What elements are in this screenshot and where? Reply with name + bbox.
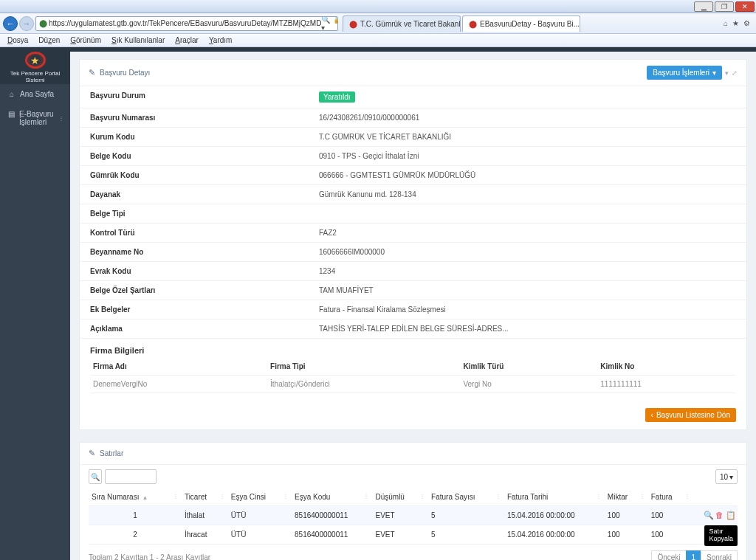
- lbl-beyanname: Beyanname No: [90, 248, 319, 256]
- r1-ekodu: 8516400000011: [292, 506, 372, 525]
- row-view-icon[interactable]: 🔍: [704, 511, 712, 520]
- grid-search-button[interactable]: 🔍: [89, 469, 102, 484]
- col-ecins[interactable]: Eşya Cinsi⋮: [228, 488, 292, 506]
- pager-next[interactable]: Sonraki: [701, 550, 738, 560]
- r2-dus: EVET: [372, 525, 428, 545]
- window-minimize[interactable]: ▁: [694, 1, 713, 12]
- col-fsayi[interactable]: Fatura Sayısı⋮: [428, 488, 504, 506]
- filter-icon[interactable]: ⋮: [596, 493, 602, 499]
- val-kontrol: FAZ2: [319, 229, 736, 237]
- collapse-icon[interactable]: ▾: [725, 69, 729, 77]
- page-size-value: 10: [720, 473, 728, 481]
- sidebar-label-anasayfa: Ana Sayfa: [20, 90, 54, 98]
- fullscreen-icon[interactable]: ⤢: [732, 69, 738, 77]
- lbl-ekbelge: Ek Belgeler: [90, 305, 319, 314]
- r2-ecins: ÜTÜ: [228, 525, 292, 545]
- r1-fsayi: 5: [428, 506, 504, 525]
- basvuru-islemleri-button[interactable]: Başvuru İşlemleri ▾: [647, 66, 722, 80]
- firma-kimno: 1111111111: [597, 376, 736, 393]
- firma-h-kimno: Kimlik No: [597, 358, 736, 376]
- window-close[interactable]: ✕: [735, 1, 755, 12]
- address-bar[interactable]: ⬤ https://uygulamatest.gtb.gov.tr/TekPen…: [35, 16, 338, 31]
- firma-row: DenemeVergiNo İthalatçı/Gönderici Vergi …: [90, 376, 736, 393]
- brand: ★ Tek Pencere Portal Sistemi: [0, 52, 70, 84]
- firma-ad: DenemeVergiNo: [90, 376, 267, 393]
- val-kurum: T.C GÜMRÜK VE TİCARET BAKANLIĞI: [319, 133, 736, 141]
- filter-icon[interactable]: ⋮: [684, 493, 690, 499]
- r2-sira: 2: [89, 525, 182, 545]
- pager-prev[interactable]: Önceki: [651, 550, 686, 560]
- menu-yardim[interactable]: Yardım: [205, 36, 237, 44]
- edit-icon: ✎: [89, 68, 95, 77]
- h-ticaret: Ticaret: [185, 493, 207, 501]
- lbl-aciklama: Açıklama: [90, 325, 319, 333]
- col-fatura[interactable]: Fatura⋮: [648, 488, 693, 506]
- filter-icon[interactable]: ⋮: [495, 493, 501, 499]
- sort-asc-icon: ▲: [142, 494, 148, 501]
- col-ftarih[interactable]: Fatura Tarihi⋮: [504, 488, 605, 506]
- firma-h-ad: Firma Adı: [90, 358, 267, 376]
- lbl-numara: Başvuru Numarası: [90, 114, 319, 122]
- sidebar-item-ebasvuru[interactable]: ▤ E-Başvuru İşlemleri ⋮: [0, 104, 70, 132]
- col-miktar[interactable]: Miktar⋮: [605, 488, 648, 506]
- chevron-right-icon: ⋮: [58, 115, 64, 122]
- browser-tab-2[interactable]: ⬤ EBasvuruDetay - Başvuru Bi... ×: [462, 15, 580, 32]
- tooltip-satir-kopyala: Satır Kopyala: [704, 525, 738, 546]
- filter-icon[interactable]: ⋮: [219, 493, 225, 499]
- row-delete-icon[interactable]: 🗑: [715, 511, 724, 519]
- tab1-favicon-icon: ⬤: [349, 20, 357, 28]
- lbl-belgetipi: Belge Tipi: [90, 210, 319, 218]
- menu-gorunum[interactable]: Görünüm: [66, 36, 106, 44]
- nav-back[interactable]: ←: [3, 16, 18, 31]
- grid-row-1[interactable]: 1 İthalat ÜTÜ 8516400000011 EVET 5 15.04…: [89, 506, 738, 525]
- window-restore[interactable]: ❐: [715, 1, 734, 12]
- lbl-ozelsart: Belge Özel Şartları: [90, 286, 319, 294]
- filter-icon[interactable]: ⋮: [419, 493, 425, 499]
- chevron-left-icon: ‹: [651, 411, 653, 419]
- lbl-dayanak: Dayanak: [90, 190, 319, 198]
- row-durum: Başvuru Durum Yaratıldı: [80, 86, 746, 108]
- lbl-kurum: Kurum Kodu: [90, 133, 319, 141]
- menu-duzen[interactable]: Düzen: [34, 36, 64, 44]
- lbl-kontrol: Kontrol Türü: [90, 229, 319, 237]
- filter-icon[interactable]: ⋮: [173, 493, 179, 499]
- grid-search-input[interactable]: [105, 469, 157, 484]
- btn-islem-label: Başvuru İşlemleri: [653, 69, 709, 77]
- sidebar-item-anasayfa[interactable]: ⌂ Ana Sayfa: [0, 84, 70, 104]
- grid-row-2[interactable]: 2 İhracat ÜTÜ 8516400000011 EVET 5 15.04…: [89, 525, 738, 545]
- nav-forward[interactable]: →: [19, 16, 34, 31]
- ie-home-icon[interactable]: ⌂: [724, 19, 728, 27]
- h-miktar: Miktar: [608, 493, 628, 501]
- filter-icon[interactable]: ⋮: [283, 493, 289, 499]
- browser-tab-1[interactable]: ⬤ T.C. Gümrük ve Ticaret Bakanl...: [343, 15, 461, 32]
- pager-page-1[interactable]: 1: [686, 550, 702, 560]
- url-text: https://uygulamatest.gtb.gov.tr/TekPence…: [49, 19, 321, 27]
- filter-icon[interactable]: ⋮: [639, 493, 645, 499]
- col-ticaret[interactable]: Ticaret⋮: [182, 488, 228, 506]
- ie-favorites-icon[interactable]: ★: [732, 19, 739, 27]
- filter-icon[interactable]: ⋮: [363, 493, 369, 499]
- col-ekodu[interactable]: Eşya Kodu⋮: [292, 488, 372, 506]
- search-dropdown-icon[interactable]: 🔍 ▾: [321, 16, 330, 31]
- val-numara: 16/24308261/0910/000000061: [319, 114, 736, 122]
- tab2-favicon-icon: ⬤: [469, 20, 477, 28]
- menu-araclar[interactable]: Araçlar: [171, 36, 203, 44]
- basvuru-listesine-don-button[interactable]: ‹ Başvuru Listesine Dön: [645, 408, 736, 422]
- row-copy-icon[interactable]: 📋: [726, 511, 735, 520]
- lbl-gumruk: Gümrük Kodu: [90, 171, 319, 179]
- tab2-label: EBasvuruDetay - Başvuru Bi...: [480, 20, 580, 28]
- h-ekodu: Eşya Kodu: [295, 493, 330, 501]
- ie-tools-icon[interactable]: ⚙: [743, 19, 750, 27]
- h-ecins: Eşya Cinsi: [231, 493, 266, 501]
- val-gumruk: 066666 - GGMTEST1 GÜMRÜK MÜDÜRLÜĞÜ: [319, 171, 736, 179]
- r2-ekodu: 8516400000011: [292, 525, 372, 545]
- h-fsayi: Fatura Sayısı: [431, 493, 475, 501]
- page-size-select[interactable]: 10 ▾: [715, 469, 738, 484]
- lbl-belgekodu: Belge Kodu: [90, 152, 319, 160]
- menu-sik[interactable]: Sık Kullanılanlar: [107, 36, 169, 44]
- col-sira[interactable]: Sıra Numarası▲⋮: [89, 488, 182, 506]
- menu-dosya[interactable]: Dosya: [3, 36, 32, 44]
- lbl-durum: Başvuru Durum: [90, 91, 319, 103]
- col-dus[interactable]: Düşümlü⋮: [372, 488, 428, 506]
- sidebar-label-ebasvuru: E-Başvuru İşlemleri: [19, 110, 54, 126]
